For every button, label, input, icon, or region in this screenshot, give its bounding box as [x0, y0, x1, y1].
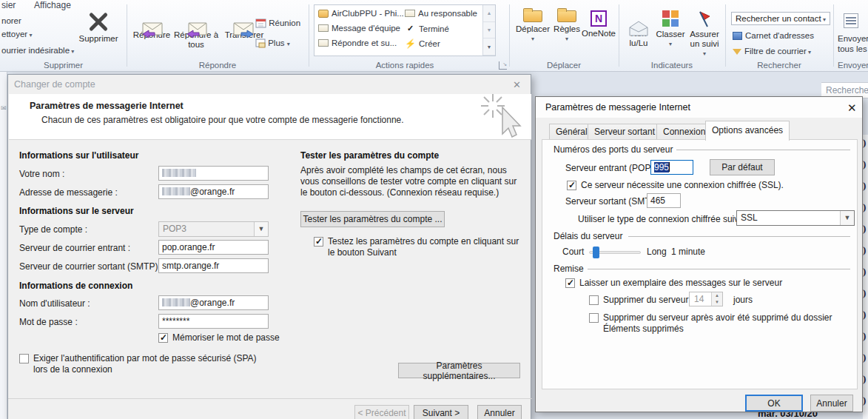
username-field[interactable]: @orange.fr [158, 295, 269, 310]
folder-icon [318, 10, 329, 18]
redacted-value [162, 298, 190, 306]
quick-steps-box: AirClubPPU - Phi... Message d'équipe Rép… [314, 4, 496, 56]
encryption-type-label: Utiliser le type de connexion chiffrée s… [578, 214, 756, 224]
group-label-indicateurs: Indicateurs [619, 61, 725, 70]
cleanup-button[interactable]: ettoyer [1, 30, 32, 38]
scroll-up-icon[interactable]: ▲ [483, 5, 495, 22]
leave-copy-checkbox[interactable]: Laisser un exemplaire des messages sur l… [565, 278, 782, 289]
lightning-icon [405, 38, 416, 48]
group-divider [619, 4, 619, 67]
name-field[interactable] [158, 166, 269, 181]
forward-envelope-icon [232, 10, 256, 30]
default-ports-button[interactable]: Par défaut [710, 159, 775, 175]
tab-options-avancees[interactable]: Options avancées [705, 121, 790, 141]
incoming-server-field[interactable]: pop.orange.fr [158, 240, 269, 255]
spinner-down-icon[interactable]: ▼ [711, 299, 722, 306]
group-line [588, 269, 850, 269]
ribbon-tab-affichage[interactable]: Affichage [34, 0, 71, 10]
dialog1-close-icon[interactable] [513, 79, 521, 90]
categorize-button[interactable]: Classer [656, 10, 685, 49]
tab-connexion[interactable]: Connexion [656, 124, 712, 140]
quick-step-create[interactable]: Créer [405, 38, 440, 48]
envelope-icon [405, 10, 415, 17]
test-on-next-checkbox[interactable]: Testez les paramètres du compte en cliqu… [314, 236, 521, 258]
tab-serveur-sortant[interactable]: Serveur sortant [588, 124, 662, 140]
delete-button[interactable]: Supprimer [74, 10, 123, 44]
next-button[interactable]: Suivant > [414, 405, 468, 419]
text-caret [669, 162, 670, 172]
checkbox-icon [19, 354, 29, 363]
user-section-title: Informations sur l'utilisateur [19, 150, 139, 161]
quick-steps-scrollbar[interactable]: ▲▼▼ [482, 5, 495, 56]
username-label: Nom d'utilisateur : [19, 298, 90, 309]
rules-button[interactable]: Règles [554, 10, 580, 44]
dialog2-close-icon[interactable] [847, 101, 857, 115]
delete-when-deleted-checkbox[interactable]: Supprimer du serveur après avoir été sup… [589, 312, 852, 335]
remember-password-checkbox[interactable]: Mémoriser le mot de passe [158, 332, 280, 343]
login-section-title: Informations de connexion [19, 281, 132, 291]
incoming-port-field[interactable]: 995 [650, 160, 693, 175]
move-button[interactable]: Déplacer [514, 10, 552, 44]
reply-all-button[interactable]: Répondre à tous [173, 10, 219, 50]
dialog2-titlebar[interactable]: Paramètres de messagerie Internet [536, 97, 862, 118]
scroll-down-icon[interactable]: ▼ [483, 22, 495, 39]
follow-up-button[interactable]: Assurer un suivi [685, 10, 724, 58]
mail-filter-button[interactable]: Filtre de courrier [733, 47, 811, 56]
mini-envelope-icon: ✉ [1, 104, 7, 112]
delete-after-days-spinner[interactable]: 14 ▲▼ [689, 292, 723, 306]
quick-step-to-manager[interactable]: Au responsable [405, 9, 477, 18]
quick-step-done[interactable]: Terminé [405, 24, 449, 33]
junk-mail-button[interactable]: ourrier indésirable [1, 46, 74, 55]
address-book-button[interactable]: Carnet d'adresses [733, 31, 814, 40]
test-settings-button[interactable]: Tester les paramètres du compte ... [300, 211, 445, 227]
meeting-button[interactable]: Réunion [255, 18, 300, 28]
mouse-cursor-busy-icon [474, 91, 530, 140]
email-field[interactable]: @orange.fr [158, 184, 269, 199]
outgoing-port-field[interactable]: 465 [647, 193, 681, 208]
ssl-checkbox[interactable]: Ce serveur nécessite une connexion chiff… [567, 180, 784, 191]
onenote-button[interactable]: OneNote [580, 10, 617, 38]
address-book-icon [733, 32, 742, 40]
more-respond-button[interactable]: Plus [255, 38, 290, 48]
ribbon: sier Affichage norer ettoyer ourrier ind… [0, 0, 868, 72]
ribbon-tab-partial[interactable]: sier [1, 0, 16, 10]
quick-step-reply-delete[interactable]: Répondre et su... [318, 38, 397, 47]
unread-read-button[interactable]: Non lu/Lu [623, 10, 654, 48]
quick-steps-more-icon[interactable]: ▼ [483, 38, 495, 56]
send-receive-icon [844, 13, 858, 28]
previous-button: < Précédent [354, 405, 409, 419]
ignore-button[interactable]: norer [1, 16, 21, 25]
password-field[interactable]: ******** [158, 314, 269, 329]
dialog1-cancel-button[interactable]: Annuler [477, 405, 522, 419]
group-label-repondre: Répondre [127, 61, 309, 70]
outgoing-server-field[interactable]: smtp.orange.fr [158, 258, 269, 273]
ok-button[interactable]: OK [745, 395, 803, 412]
quick-step-airclub[interactable]: AirClubPPU - Phi... [318, 9, 404, 18]
group-label-deplacer: Déplacer [509, 61, 619, 70]
spinner-up-icon[interactable]: ▲ [711, 292, 722, 299]
quick-step-team-message[interactable]: Message d'équipe [318, 24, 400, 33]
name-label: Votre nom : [19, 169, 64, 179]
test-section-text: Après avoir complété les champs de cet é… [300, 165, 522, 198]
ports-group-title: Numéros des ports du serveur [554, 144, 673, 155]
timeout-group-title: Délais du serveur [554, 231, 622, 241]
flag-icon [696, 10, 713, 28]
envelope-icon [318, 24, 329, 32]
more-settings-button[interactable]: Paramètres supplémentaires... [398, 363, 520, 378]
dialog1-header-title: Paramètres de messagerie Internet [30, 101, 184, 111]
checkbox-icon [567, 181, 576, 190]
chevron-down-icon: ▼ [840, 211, 854, 225]
reply-button[interactable]: Répondre [130, 10, 173, 40]
spa-checkbox[interactable]: Exiger l'authentification par mot de pas… [19, 353, 263, 375]
timeout-slider-thumb[interactable] [593, 247, 599, 258]
dialog1-titlebar[interactable]: Changer de compte [8, 75, 531, 94]
dialog2-cancel-button[interactable]: Annuler [810, 395, 853, 412]
group-divider [309, 4, 309, 67]
send-receive-button[interactable] [844, 13, 858, 28]
timeout-value: 1 minute [671, 247, 705, 257]
outgoing-server-label: Serveur de courrier sortant (SMTP) : [19, 261, 163, 272]
encryption-type-select[interactable]: SSL▼ [736, 210, 855, 226]
send-receive-label-2: tous les [838, 44, 867, 53]
search-contact-input[interactable]: Rechercher un contact [731, 12, 830, 25]
dialog-launcher-icon[interactable]: ↘ [499, 61, 507, 70]
